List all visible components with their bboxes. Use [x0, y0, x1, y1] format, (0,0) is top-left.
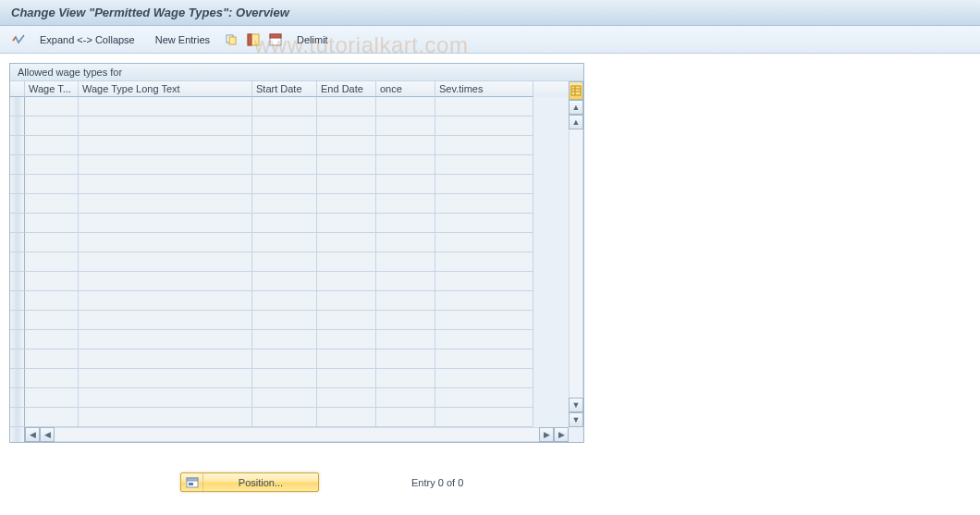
row-selector[interactable]: [10, 175, 25, 194]
cell[interactable]: [317, 291, 376, 311]
cell[interactable]: [25, 97, 79, 116]
cell[interactable]: [25, 408, 79, 427]
cell[interactable]: [435, 349, 533, 369]
cell[interactable]: [79, 369, 252, 388]
cell[interactable]: [317, 349, 376, 369]
cell[interactable]: [317, 155, 376, 175]
cell[interactable]: [25, 116, 79, 136]
row-selector[interactable]: [10, 155, 25, 175]
cell[interactable]: [252, 155, 317, 175]
cell[interactable]: [376, 330, 435, 349]
cell[interactable]: [317, 272, 376, 291]
cell[interactable]: [376, 97, 435, 116]
cell[interactable]: [435, 388, 533, 408]
cell[interactable]: [317, 233, 376, 252]
cell[interactable]: [435, 408, 533, 427]
expand-collapse-button[interactable]: Expand <-> Collapse: [31, 31, 143, 49]
new-entries-button[interactable]: New Entries: [147, 31, 218, 49]
cell[interactable]: [25, 369, 79, 388]
row-selector[interactable]: [10, 233, 25, 252]
row-selector[interactable]: [10, 97, 25, 116]
row-selector[interactable]: [10, 272, 25, 291]
cell[interactable]: [79, 330, 252, 349]
cell[interactable]: [252, 272, 317, 291]
row-selector[interactable]: [10, 388, 25, 408]
cell[interactable]: [317, 311, 376, 330]
cell[interactable]: [252, 214, 317, 233]
col-header-sev-times[interactable]: Sev.times: [435, 81, 533, 97]
cell[interactable]: [376, 214, 435, 233]
scroll-down-icon-2[interactable]: ▼: [569, 412, 583, 427]
col-header-once[interactable]: once: [376, 81, 435, 97]
cell[interactable]: [79, 408, 252, 427]
row-selector[interactable]: [10, 291, 25, 311]
scroll-up-icon-2[interactable]: ▲: [569, 115, 583, 129]
scroll-right-icon-2[interactable]: ▶: [554, 427, 569, 442]
cell[interactable]: [252, 175, 317, 194]
col-header-wage-type[interactable]: Wage T...: [25, 81, 79, 97]
cell[interactable]: [376, 233, 435, 252]
cell[interactable]: [25, 175, 79, 194]
cell[interactable]: [79, 116, 252, 136]
table-config-icon[interactable]: [569, 81, 583, 100]
row-selector[interactable]: [10, 369, 25, 388]
cell[interactable]: [435, 194, 533, 214]
scroll-left-icon[interactable]: ◀: [25, 427, 40, 442]
cell[interactable]: [79, 214, 252, 233]
cell[interactable]: [376, 388, 435, 408]
cell[interactable]: [435, 311, 533, 330]
cell[interactable]: [25, 136, 79, 155]
cell[interactable]: [252, 369, 317, 388]
cell[interactable]: [376, 194, 435, 214]
cell[interactable]: [79, 233, 252, 252]
cell[interactable]: [317, 408, 376, 427]
cell[interactable]: [79, 311, 252, 330]
copy-icon[interactable]: [222, 31, 240, 49]
cell[interactable]: [79, 291, 252, 311]
cell[interactable]: [376, 349, 435, 369]
scroll-right-icon[interactable]: ▶: [539, 427, 554, 442]
cell[interactable]: [252, 233, 317, 252]
toggle-display-icon[interactable]: [9, 31, 28, 49]
cell[interactable]: [252, 291, 317, 311]
row-selector[interactable]: [10, 408, 25, 427]
cell[interactable]: [79, 155, 252, 175]
cell[interactable]: [435, 136, 533, 155]
cell[interactable]: [252, 349, 317, 369]
cell[interactable]: [25, 155, 79, 175]
row-selector[interactable]: [10, 214, 25, 233]
cell[interactable]: [435, 175, 533, 194]
cell[interactable]: [435, 272, 533, 291]
cell[interactable]: [435, 214, 533, 233]
col-header-start-date[interactable]: Start Date: [252, 81, 317, 97]
cell[interactable]: [317, 330, 376, 349]
cell[interactable]: [25, 311, 79, 330]
cell[interactable]: [376, 155, 435, 175]
cell[interactable]: [252, 194, 317, 214]
row-selector[interactable]: [10, 194, 25, 214]
row-selector[interactable]: [10, 330, 25, 349]
col-header-wage-type-long[interactable]: Wage Type Long Text: [79, 81, 252, 97]
row-selector[interactable]: [10, 252, 25, 272]
deselect-all-icon[interactable]: [266, 31, 285, 49]
cell[interactable]: [79, 272, 252, 291]
cell[interactable]: [376, 116, 435, 136]
cell[interactable]: [25, 272, 79, 291]
cell[interactable]: [376, 252, 435, 272]
cell[interactable]: [252, 97, 317, 116]
cell[interactable]: [317, 252, 376, 272]
cell[interactable]: [435, 233, 533, 252]
scroll-up-icon[interactable]: ▲: [569, 100, 583, 115]
cell[interactable]: [317, 97, 376, 116]
cell[interactable]: [79, 194, 252, 214]
cell[interactable]: [317, 136, 376, 155]
position-button[interactable]: Position...: [180, 472, 319, 492]
cell[interactable]: [435, 369, 533, 388]
row-selector[interactable]: [10, 349, 25, 369]
cell[interactable]: [252, 388, 317, 408]
cell[interactable]: [79, 175, 252, 194]
cell[interactable]: [376, 369, 435, 388]
row-selector[interactable]: [10, 116, 25, 136]
cell[interactable]: [435, 155, 533, 175]
h-scroll-track[interactable]: [55, 427, 539, 442]
